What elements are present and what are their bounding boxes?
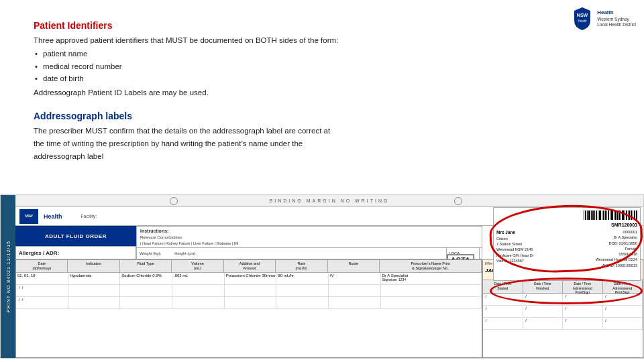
logo-district-line2: Local Health District: [597, 22, 636, 27]
svg-rect-14: [605, 210, 606, 220]
svg-rect-16: [608, 210, 609, 220]
svg-rect-10: [598, 210, 598, 220]
td-indication-2: [68, 285, 121, 296]
td-additive-1: Potassium Chloride 30mmol: [225, 273, 277, 284]
td-prescriber-1: Dr A SpecialistSignature: 1234: [381, 273, 482, 284]
td-additive-2: [225, 285, 277, 296]
td-date-1: 01, 01, 18: [16, 273, 68, 284]
rtd-admin2-3: /: [603, 318, 643, 329]
td-route-1: IV: [329, 273, 381, 284]
svg-rect-31: [634, 210, 635, 220]
td-fluid-1: Sodium Chloride 0.9%: [120, 273, 172, 284]
patient-uur: AUUID: 10001/00013: [567, 263, 637, 268]
patient-identifiers-list: patient name medical record number date …: [34, 48, 537, 84]
th-rate: Rate(mL/hr): [276, 260, 327, 272]
form-nsw-logo-inner: NSW: [25, 215, 33, 219]
addressograph-line1: The prescriber MUST confirm that the det…: [34, 127, 330, 135]
patient-surname: Citizen: [496, 236, 567, 241]
th-indication: Indication: [68, 260, 119, 272]
form-nsw-logo: NSW: [19, 209, 38, 224]
right-table-row-3: / / / /: [483, 318, 643, 330]
rth-admin2: Date / TimeAdministeredPrint/Sign: [603, 280, 643, 293]
addressograph-body: The prescriber MUST confirm that the det…: [34, 125, 537, 163]
list-item-dob: date of birth: [43, 72, 537, 84]
rtd-started-2: /: [483, 306, 523, 317]
table-row-2: / /: [16, 285, 482, 297]
smr-label: SMR120003: [496, 223, 637, 227]
rtd-started-3: /: [483, 318, 523, 329]
td-indication-3: [68, 297, 121, 308]
svg-rect-29: [631, 210, 632, 220]
svg-rect-6: [591, 210, 592, 220]
form-table-area: Date(dd/mm/yy) Indication Fluid Type Vol…: [15, 259, 482, 358]
svg-rect-5: [588, 210, 590, 220]
svg-rect-26: [626, 210, 627, 220]
nsw-shield-icon: NSW Health: [572, 6, 593, 32]
patient-info-right: 0000001 Dr A Specialist DOB: 01/01/1950 …: [567, 229, 637, 268]
form-patient-label-area: SMR120003 Mrs Jane Citizen 7 Station Str…: [493, 207, 641, 281]
comorbidities-items-text: | Heart Failure | Kidney Failure | Liver…: [140, 241, 238, 245]
th-additive: Additive andAmount: [224, 260, 276, 272]
page-container: NSW Health Health Western Sydney Local H…: [0, 0, 644, 362]
svg-rect-2: [584, 210, 584, 220]
svg-rect-9: [596, 210, 597, 220]
comorbidities-items: | Heart Failure | Kidney Failure | Liver…: [140, 241, 478, 245]
td-rate-3: [276, 297, 329, 308]
form-comorbidities-row: Relevant Comorbidities:: [140, 235, 478, 239]
form-left-tab-text: PRINT NO 84021 11/12/15: [6, 241, 11, 312]
svg-rect-11: [599, 210, 601, 220]
rth-finished: Date / TimeFinished: [523, 280, 564, 293]
check-circle-right: [454, 197, 462, 205]
form-facility-label: Facility:: [81, 214, 97, 219]
addressograph-title: Addressograph labels: [34, 111, 537, 121]
td-date-2: / /: [16, 285, 68, 296]
rtd-admin1-1: /: [563, 294, 603, 305]
section-addressograph: Addressograph labels The prescriber MUST…: [34, 111, 537, 163]
table-row-1: 01, 01, 18 Hypolaemia: Sodium Chloride 0…: [16, 273, 482, 285]
logo-nsw-health: Health: [597, 9, 636, 16]
th-route: Route: [328, 260, 380, 272]
svg-rect-7: [592, 210, 594, 220]
th-prescriber: Prescriber's Name Print& Signature/pager…: [380, 260, 482, 272]
right-table-row-2: / / / /: [483, 306, 643, 318]
svg-rect-17: [610, 210, 610, 220]
patient-address: 7 Station Street: [496, 241, 567, 247]
patient-hospital: Westmead Hospital D224: [567, 257, 637, 262]
td-additive-3: [225, 297, 277, 308]
rtd-finished-1: /: [523, 294, 564, 305]
svg-rect-21: [617, 210, 618, 220]
logo-district-line1: Western Sydney: [597, 17, 636, 22]
svg-text:NSW: NSW: [577, 13, 588, 17]
rtd-admin2-1: /: [603, 294, 643, 305]
header-logo: NSW Health Health Western Sydney Local H…: [562, 5, 636, 32]
svg-rect-12: [602, 210, 602, 220]
td-prescriber-2: [381, 285, 482, 296]
patient-identifiers-intro: Three approved patient identifiers that …: [34, 34, 537, 46]
addressograph-line2: the time of writing the prescription by …: [34, 139, 303, 147]
svg-rect-18: [611, 210, 613, 220]
td-rate-2: [276, 285, 329, 296]
patient-identifiers-title: Patient Identifiers: [34, 20, 537, 31]
patient-identifiers-footer: Addressograph Patient ID Labels are may …: [34, 86, 537, 99]
barcode-row: [496, 210, 637, 221]
svg-rect-3: [585, 210, 586, 220]
rth-started: Date / TimeStarted: [483, 280, 523, 293]
rth-admin1: Date / TimeAdministeredPrint/Sign: [563, 280, 603, 293]
addressograph-line3: addressograph label: [34, 152, 103, 160]
list-item-mrn: medical record number: [43, 60, 537, 72]
th-date: Date(dd/mm/yy): [16, 260, 68, 272]
td-route-2: [329, 285, 381, 296]
td-fluid-3: [120, 297, 172, 308]
svg-rect-28: [629, 210, 630, 220]
rtd-admin2-2: /: [603, 306, 643, 317]
form-health-text: Health: [44, 213, 62, 220]
form-image-container: PRINT NO 84021 11/12/15 BINDING MARGIN N…: [0, 194, 644, 359]
svg-rect-15: [606, 210, 607, 220]
svg-rect-30: [633, 210, 633, 220]
rtd-admin1-3: /: [563, 318, 603, 329]
td-route-3: [329, 297, 381, 308]
svg-rect-13: [603, 210, 604, 220]
td-indication-1: Hypolaemia:: [68, 273, 121, 284]
patient-visit: Visit Id: 1234567: [496, 258, 567, 263]
form-allergies-row: Allergies / ADR:: [15, 246, 136, 259]
